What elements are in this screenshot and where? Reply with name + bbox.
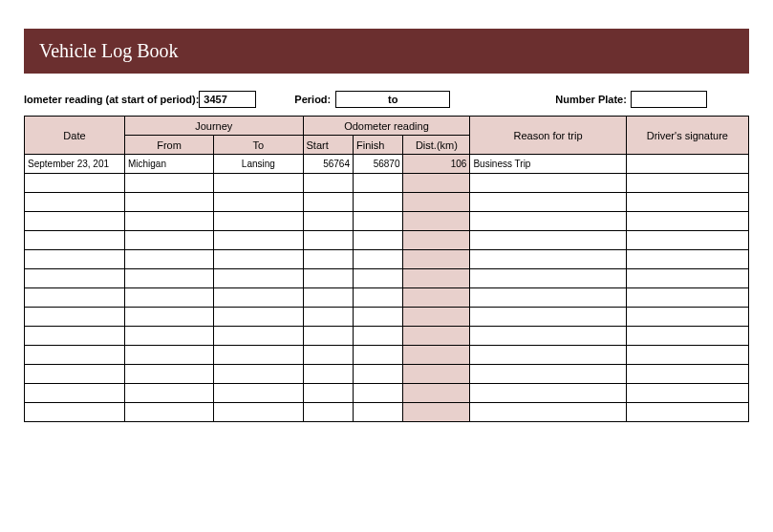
cell-date[interactable] [25,193,125,212]
cell-dist[interactable] [403,346,470,365]
cell-signature[interactable] [626,212,748,231]
cell-dist[interactable] [403,308,470,327]
cell-reason[interactable] [470,346,626,365]
cell-finish[interactable] [353,365,402,384]
cell-dist[interactable] [403,384,470,403]
cell-finish[interactable] [353,288,402,308]
cell-date[interactable] [25,365,125,384]
cell-signature[interactable] [626,365,748,384]
cell-dist[interactable] [403,250,470,269]
cell-date[interactable] [25,308,125,327]
cell-from[interactable] [124,365,213,384]
cell-dist[interactable] [403,365,470,384]
cell-reason[interactable] [470,212,626,231]
cell-signature[interactable] [626,308,748,327]
cell-finish[interactable] [353,403,402,422]
cell-from[interactable] [124,250,213,269]
cell-start[interactable] [303,365,353,384]
cell-date[interactable] [25,403,125,422]
cell-finish[interactable] [353,174,402,193]
cell-finish[interactable] [353,308,402,327]
cell-reason[interactable] [470,308,626,327]
cell-date[interactable] [25,212,125,231]
cell-date[interactable]: September 23, 201 [25,155,125,174]
cell-date[interactable] [25,327,125,346]
cell-finish[interactable] [353,346,402,365]
cell-start[interactable] [303,403,353,422]
cell-reason[interactable] [470,174,626,193]
cell-to[interactable] [214,212,303,231]
cell-finish[interactable]: 56870 [353,155,402,174]
cell-start[interactable] [303,193,353,212]
cell-reason[interactable] [470,327,626,346]
cell-start[interactable] [303,174,353,193]
cell-start[interactable] [303,212,353,231]
cell-signature[interactable] [626,193,748,212]
cell-from[interactable] [124,193,213,212]
cell-start[interactable] [303,327,353,346]
cell-finish[interactable] [353,193,402,212]
cell-dist[interactable] [403,327,470,346]
cell-start[interactable]: 56764 [303,155,353,174]
cell-signature[interactable] [626,155,748,174]
cell-from[interactable] [124,231,213,250]
cell-dist[interactable] [403,403,470,422]
cell-date[interactable] [25,346,125,365]
odometer-input[interactable]: 3457 [199,91,256,108]
cell-start[interactable] [303,269,353,288]
period-input[interactable]: to [335,91,450,108]
cell-start[interactable] [303,231,353,250]
cell-to[interactable] [214,250,303,269]
cell-to[interactable]: Lansing [214,155,303,174]
cell-dist[interactable]: 106 [403,155,470,174]
cell-to[interactable] [214,346,303,365]
cell-start[interactable] [303,288,353,308]
cell-reason[interactable] [470,365,626,384]
cell-finish[interactable] [353,269,402,288]
cell-finish[interactable] [353,384,402,403]
cell-from[interactable]: Michigan [124,155,213,174]
cell-start[interactable] [303,308,353,327]
cell-reason[interactable] [470,269,626,288]
cell-from[interactable] [124,288,213,308]
cell-from[interactable] [124,403,213,422]
cell-reason[interactable] [470,384,626,403]
cell-dist[interactable] [403,212,470,231]
cell-from[interactable] [124,269,213,288]
cell-from[interactable] [124,327,213,346]
cell-date[interactable] [25,269,125,288]
cell-reason[interactable] [470,193,626,212]
cell-finish[interactable] [353,250,402,269]
cell-dist[interactable] [403,174,470,193]
cell-reason[interactable] [470,403,626,422]
cell-date[interactable] [25,231,125,250]
cell-reason[interactable] [470,288,626,308]
cell-to[interactable] [214,308,303,327]
cell-to[interactable] [214,403,303,422]
cell-reason[interactable]: Business Trip [470,155,626,174]
cell-dist[interactable] [403,193,470,212]
cell-reason[interactable] [470,231,626,250]
cell-signature[interactable] [626,174,748,193]
cell-dist[interactable] [403,288,470,308]
cell-signature[interactable] [626,231,748,250]
cell-signature[interactable] [626,288,748,308]
cell-to[interactable] [214,327,303,346]
cell-finish[interactable] [353,212,402,231]
cell-to[interactable] [214,384,303,403]
cell-start[interactable] [303,346,353,365]
cell-to[interactable] [214,365,303,384]
cell-signature[interactable] [626,269,748,288]
cell-finish[interactable] [353,327,402,346]
cell-from[interactable] [124,384,213,403]
cell-to[interactable] [214,193,303,212]
cell-from[interactable] [124,212,213,231]
cell-from[interactable] [124,308,213,327]
cell-signature[interactable] [626,346,748,365]
cell-date[interactable] [25,384,125,403]
cell-reason[interactable] [470,250,626,269]
cell-dist[interactable] [403,269,470,288]
cell-finish[interactable] [353,231,402,250]
cell-to[interactable] [214,288,303,308]
cell-start[interactable] [303,250,353,269]
